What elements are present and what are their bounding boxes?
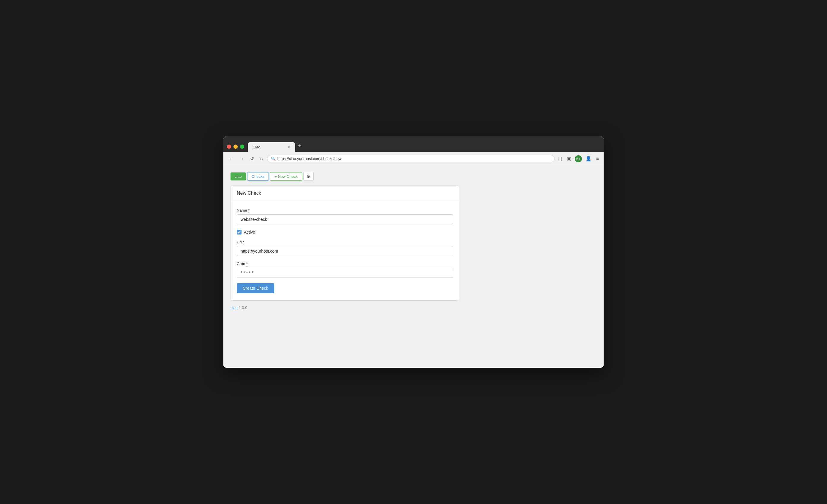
name-label-text: Name (237, 208, 247, 213)
tab-title: Ciao (252, 145, 260, 149)
cron-label-text: Cron (237, 262, 245, 266)
footer-ciao-link[interactable]: ciao (231, 305, 238, 310)
create-check-button[interactable]: Create Check (237, 283, 274, 293)
active-tab[interactable]: Ciao × (248, 142, 295, 152)
name-label: Name * (237, 208, 453, 213)
name-input[interactable] (237, 214, 453, 224)
cron-label: Cron * (237, 262, 453, 266)
new-tab-button[interactable]: + (295, 143, 304, 149)
bookmarks-icon[interactable]: ||| (557, 155, 563, 163)
url-label-text: Url (237, 240, 242, 244)
new-check-nav-button[interactable]: + New Check (270, 172, 302, 181)
window-controls (227, 145, 244, 149)
url-required-marker: * (243, 240, 244, 245)
settings-icon: ⚙ (306, 174, 310, 179)
name-required-marker: * (248, 208, 249, 213)
menu-icon[interactable]: ≡ (595, 155, 600, 163)
new-check-form-card: New Check Name * Active (231, 185, 459, 301)
active-label[interactable]: Active (244, 230, 255, 234)
tab-close-button[interactable]: × (288, 145, 291, 149)
forward-icon: → (239, 156, 244, 161)
address-bar: 🔍 (267, 155, 555, 162)
browser-toolbar: ← → ↺ ⌂ 🔍 ||| ▣ B+ 👤 ≡ (224, 152, 603, 166)
url-input-field[interactable] (237, 246, 453, 256)
app-navbar: ciao Checks + New Check ⚙ (231, 172, 596, 181)
form-card-body: Name * Active Url * (231, 201, 459, 300)
active-checkbox-group: Active (237, 230, 453, 234)
forward-button[interactable]: → (238, 155, 246, 163)
reload-icon: ↺ (250, 156, 254, 161)
cron-required-marker: * (246, 262, 248, 267)
minimize-button[interactable] (234, 145, 238, 149)
reader-view-icon[interactable]: ▣ (566, 155, 573, 163)
account-icon[interactable]: 👤 (584, 155, 593, 163)
cron-form-group: Cron * (237, 262, 453, 278)
reload-button[interactable]: ↺ (248, 155, 256, 163)
url-label: Url * (237, 240, 453, 244)
search-icon: 🔍 (271, 156, 276, 161)
title-bar: Ciao × + (224, 136, 603, 152)
form-card-header: New Check (231, 186, 459, 201)
toolbar-actions: ||| ▣ B+ 👤 ≡ (557, 155, 600, 163)
back-icon: ← (229, 156, 234, 161)
checks-nav-button[interactable]: Checks (247, 172, 269, 181)
profile-icon[interactable]: B+ (575, 155, 582, 162)
cron-input[interactable] (237, 268, 453, 278)
ciao-logo-button[interactable]: ciao (231, 172, 246, 180)
home-button[interactable]: ⌂ (258, 155, 265, 163)
url-form-group: Url * (237, 240, 453, 256)
back-button[interactable]: ← (227, 155, 235, 163)
maximize-button[interactable] (240, 145, 244, 149)
footer-version: 1.0.0 (239, 305, 247, 310)
page-footer: ciao 1.0.0 (231, 305, 596, 310)
close-button[interactable] (227, 145, 231, 149)
page-content: ciao Checks + New Check ⚙ New Check Name… (224, 166, 603, 368)
form-title: New Check (237, 190, 453, 196)
home-icon: ⌂ (260, 156, 263, 161)
tab-bar: Ciao × + (248, 142, 304, 152)
active-checkbox[interactable] (237, 230, 242, 234)
settings-nav-button[interactable]: ⚙ (303, 172, 314, 181)
name-form-group: Name * (237, 208, 453, 224)
url-input[interactable] (278, 156, 551, 161)
